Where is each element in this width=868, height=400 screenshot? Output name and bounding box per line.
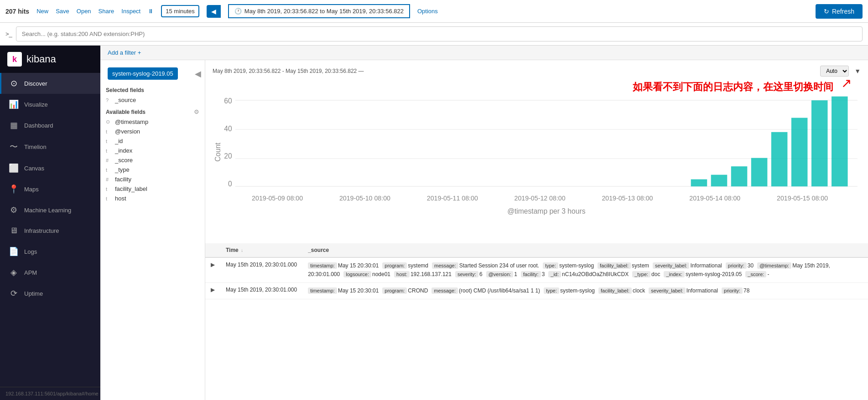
index-selector[interactable]: system-syslog-2019.05 — [108, 67, 178, 80]
available-fields-header-row: Available fields ⚙ — [100, 105, 205, 117]
field-value: Informational — [690, 262, 722, 269]
svg-rect-15 — [811, 100, 828, 186]
field-value: node01 — [372, 271, 390, 277]
gear-icon[interactable]: ⚙ — [194, 108, 199, 115]
field-value: clock — [633, 287, 645, 294]
chart-container: May 8th 2019, 20:33:56.822 - May 15th 20… — [205, 60, 868, 243]
field-label: timestamp: — [308, 262, 337, 269]
save-button[interactable]: Save — [56, 8, 69, 15]
field-score[interactable]: # _score — [100, 155, 205, 165]
share-button[interactable]: Share — [99, 8, 114, 15]
svg-rect-11 — [731, 166, 748, 186]
open-button[interactable]: Open — [77, 8, 91, 15]
kibana-logo-text: kibana — [26, 53, 56, 65]
field-value: 1 — [514, 271, 517, 277]
pause-icon[interactable]: ⏸ — [148, 8, 154, 15]
field-label: type: — [543, 262, 558, 269]
field-type[interactable]: t _type — [100, 165, 205, 174]
sidebar-item-canvas[interactable]: ⬜ Canvas — [0, 158, 100, 179]
inspect-button[interactable]: Inspect — [121, 8, 140, 15]
field-label: timestamp: — [308, 287, 337, 294]
interval-select[interactable]: Auto — [820, 66, 849, 77]
sort-time-icon[interactable]: ↓ — [241, 248, 243, 253]
sidebar-item-discover[interactable]: ⊙ Discover — [0, 73, 100, 94]
refresh-icon: ↻ — [824, 8, 829, 15]
col-time: Time ↓ — [220, 243, 302, 257]
field-label: severity_label: — [649, 287, 685, 294]
infrastructure-icon: 🖥 — [9, 226, 19, 236]
annotation-arrow: ↗ — [841, 76, 852, 91]
results-area: May 8th 2019, 20:33:56.822 - May 15th 20… — [205, 60, 868, 400]
sidebar-item-machine-learning[interactable]: ⚙ Machine Learning — [0, 200, 100, 221]
sidebar-item-maps[interactable]: 📍 Maps — [0, 179, 100, 200]
search-input[interactable] — [16, 26, 863, 41]
results-table: Time ↓ _source ▶May 15th 2019, 20:30:01.… — [205, 243, 868, 300]
time-cell: May 15th 2019, 20:30:01.000 — [220, 282, 302, 299]
field-facility-label[interactable]: t facility_label — [100, 184, 205, 194]
new-button[interactable]: New — [36, 8, 48, 15]
field-label: facility: — [521, 271, 541, 277]
field-label: program: — [382, 262, 407, 269]
collapse-panel-button[interactable]: ◀ — [195, 69, 201, 79]
svg-rect-10 — [711, 175, 728, 187]
sidebar-item-uptime[interactable]: ⟳ Uptime — [0, 283, 100, 304]
field-id[interactable]: t _id — [100, 136, 205, 146]
annotation-text: 如果看不到下面的日志内容，在这里切换时间 — [633, 81, 833, 92]
options-button[interactable]: Options — [417, 8, 438, 15]
field-version[interactable]: t @version — [100, 127, 205, 136]
field-value: May 15 20:30:01 — [338, 262, 379, 269]
field-label: facility_label: — [598, 287, 632, 294]
ml-icon: ⚙ — [9, 205, 19, 215]
svg-rect-9 — [691, 179, 707, 187]
field-host[interactable]: t host — [100, 194, 205, 203]
field-facility[interactable]: # facility — [100, 174, 205, 184]
uptime-icon: ⟳ — [9, 288, 19, 298]
field-value: May 15 20:30:01 — [338, 287, 379, 294]
source-cell: timestamp:May 15 20:30:01program:systemd… — [302, 257, 868, 283]
svg-text:@timestamp per 3 hours: @timestamp per 3 hours — [507, 207, 585, 215]
field-source[interactable]: ? _source — [100, 95, 205, 105]
time-cell: May 15th 2019, 20:30:01.000 — [220, 257, 302, 283]
field-timestamp[interactable]: ⊙ @timestamp — [100, 117, 205, 127]
field-label: severity: — [455, 271, 478, 277]
sidebar-item-apm[interactable]: ◈ APM — [0, 262, 100, 283]
svg-rect-14 — [791, 118, 808, 187]
field-label: logsource: — [343, 271, 371, 277]
expand-row-button[interactable]: ▶ — [211, 287, 215, 293]
prev-time-button[interactable]: ◀ — [207, 5, 221, 18]
sidebar-item-dashboard[interactable]: ▦ Dashboard — [0, 115, 100, 136]
time-range-display[interactable]: 🕐 May 8th 2019, 20:33:56.822 to May 15th… — [228, 4, 410, 18]
field-label: program: — [382, 287, 407, 294]
table-row: ▶May 15th 2019, 20:30:01.000timestamp:Ma… — [205, 282, 868, 299]
sidebar-item-infrastructure[interactable]: 🖥 Infrastructure — [0, 221, 100, 241]
sidebar-item-timelion[interactable]: 〜 Timelion — [0, 136, 100, 158]
expand-row-button[interactable]: ▶ — [211, 262, 215, 268]
sidebar-item-logs[interactable]: 📄 Logs — [0, 241, 100, 262]
sidebar-item-visualize[interactable]: 📊 Visualize — [0, 94, 100, 115]
chevron-down-icon[interactable]: ▼ — [854, 67, 861, 75]
field-label: @timestamp: — [757, 262, 791, 269]
selected-fields-header: Selected fields — [100, 83, 205, 95]
top-bar: 207 hits New Save Open Share Inspect ⏸ 1… — [0, 0, 868, 23]
add-filter-button[interactable]: Add a filter + — [108, 49, 141, 56]
main-layout: k kibana ⊙ Discover 📊 Visualize ▦ Dashbo… — [0, 46, 868, 400]
histogram-chart: 60 40 20 0 Count — [213, 94, 861, 236]
chart-header: May 8th 2019, 20:33:56.822 - May 15th 20… — [213, 66, 861, 77]
svg-text:40: 40 — [224, 125, 232, 133]
field-value: system-syslog — [560, 287, 595, 294]
discover-icon: ⊙ — [9, 78, 19, 88]
field-value: system-syslog-2019.05 — [686, 271, 742, 277]
available-fields-header: Available fields — [106, 109, 146, 115]
refresh-button[interactable]: ↻ Refresh — [816, 4, 863, 19]
logs-icon: 📄 — [9, 246, 19, 256]
svg-text:Count: Count — [214, 142, 222, 161]
field-label: _id: — [548, 271, 561, 277]
field-label: message: — [432, 262, 458, 269]
time-range-select[interactable]: 15 minutes — [161, 5, 199, 17]
field-index[interactable]: t _index — [100, 146, 205, 155]
svg-text:2019-05-11 08:00: 2019-05-11 08:00 — [427, 195, 478, 202]
field-label: priority: — [726, 262, 747, 269]
field-value: 6 — [479, 271, 483, 277]
svg-text:2019-05-14 08:00: 2019-05-14 08:00 — [689, 195, 740, 202]
field-value: doc — [651, 271, 660, 277]
